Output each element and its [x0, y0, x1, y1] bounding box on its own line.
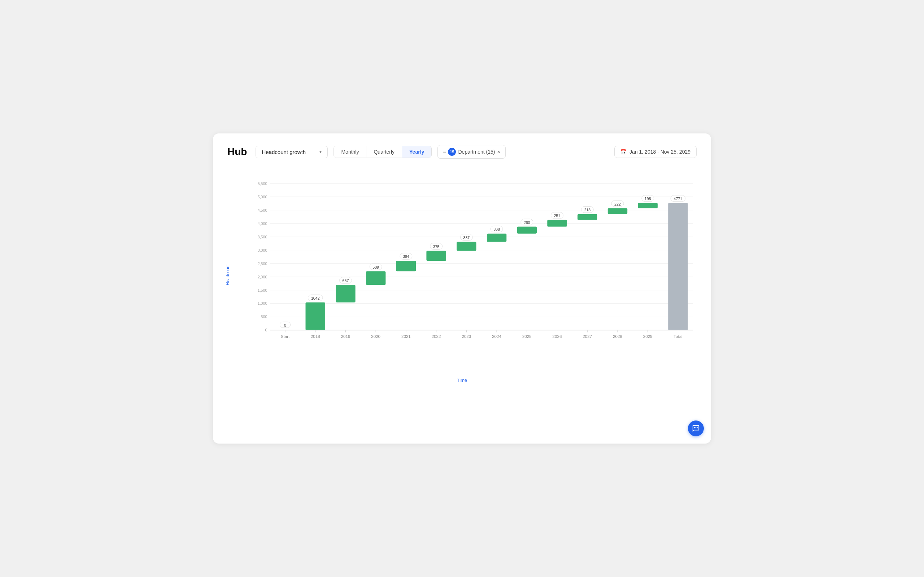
date-range-picker[interactable]: 📅 Jan 1, 2018 - Nov 25, 2029 [614, 146, 696, 158]
svg-point-105 [694, 427, 695, 429]
svg-rect-101 [668, 203, 688, 330]
svg-text:2019: 2019 [341, 334, 351, 338]
svg-text:2028: 2028 [613, 334, 622, 338]
svg-text:337: 337 [463, 235, 470, 240]
svg-text:0: 0 [265, 328, 267, 332]
svg-text:2025: 2025 [522, 334, 531, 338]
chart-inner: 05001,0001,5002,0002,5003,0003,5004,0004… [249, 170, 696, 365]
svg-rect-42 [366, 271, 386, 285]
svg-rect-96 [638, 203, 657, 208]
svg-point-107 [696, 427, 698, 429]
svg-rect-72 [517, 226, 537, 233]
svg-text:5,000: 5,000 [258, 195, 267, 199]
chart-area: Headcount 05001,0001,5002,0002,5003,0003… [228, 170, 696, 379]
svg-rect-30 [306, 303, 325, 330]
svg-rect-48 [396, 261, 416, 271]
svg-text:2029: 2029 [643, 334, 653, 338]
calendar-icon: 📅 [620, 149, 627, 155]
filter-close-icon[interactable]: × [497, 149, 500, 155]
svg-rect-60 [457, 242, 476, 251]
header: Hub Headcount growth ▾ Monthly Quarterly… [228, 145, 696, 159]
svg-text:3,000: 3,000 [258, 248, 267, 253]
monthly-button[interactable]: Monthly [334, 146, 366, 158]
svg-text:Total: Total [674, 334, 683, 338]
svg-text:4,500: 4,500 [258, 208, 267, 213]
svg-text:2022: 2022 [432, 334, 441, 338]
svg-text:509: 509 [373, 265, 379, 269]
svg-point-106 [696, 427, 696, 429]
svg-text:2024: 2024 [492, 334, 501, 338]
filter-lines-icon: ≡ [443, 149, 446, 155]
svg-rect-90 [608, 208, 627, 214]
svg-text:5,500: 5,500 [258, 181, 267, 186]
chevron-down-icon: ▾ [320, 149, 321, 154]
chat-button[interactable] [688, 421, 704, 436]
svg-text:2026: 2026 [552, 334, 562, 338]
main-card: Hub Headcount growth ▾ Monthly Quarterly… [213, 134, 711, 443]
svg-text:2023: 2023 [462, 334, 471, 338]
dropdown-label: Headcount growth [262, 149, 306, 155]
svg-text:218: 218 [584, 208, 591, 212]
svg-rect-84 [577, 214, 597, 220]
svg-text:500: 500 [261, 314, 267, 319]
svg-text:4771: 4771 [674, 197, 683, 201]
svg-text:394: 394 [403, 254, 409, 259]
quarterly-button[interactable]: Quarterly [366, 146, 402, 158]
yearly-button[interactable]: Yearly [402, 146, 431, 158]
svg-text:251: 251 [554, 213, 561, 218]
department-filter[interactable]: ≡ 15 Department (15) × [438, 145, 505, 159]
svg-text:222: 222 [614, 202, 621, 206]
filter-label: Department (15) [458, 149, 495, 155]
chart-type-dropdown[interactable]: Headcount growth ▾ [255, 146, 328, 158]
svg-text:2,000: 2,000 [258, 275, 267, 279]
svg-text:3,500: 3,500 [258, 235, 267, 239]
svg-text:0: 0 [284, 323, 286, 327]
svg-text:2018: 2018 [311, 334, 320, 338]
y-axis-label: Headcount [225, 264, 230, 285]
date-range-label: Jan 1, 2018 - Nov 25, 2029 [630, 149, 690, 155]
svg-rect-54 [426, 251, 446, 261]
svg-text:657: 657 [342, 279, 349, 283]
svg-text:260: 260 [524, 220, 530, 225]
logo: Hub [228, 146, 247, 158]
svg-text:308: 308 [493, 227, 500, 232]
filter-count-badge: 15 [448, 148, 456, 156]
x-axis-label: Time [457, 377, 467, 383]
svg-text:2020: 2020 [371, 334, 380, 338]
svg-text:2027: 2027 [583, 334, 592, 338]
svg-rect-36 [336, 285, 355, 303]
svg-text:198: 198 [645, 197, 651, 201]
svg-rect-66 [487, 234, 506, 242]
chat-icon [692, 424, 700, 432]
time-period-group: Monthly Quarterly Yearly [333, 146, 432, 158]
svg-text:Start: Start [281, 334, 290, 338]
svg-text:375: 375 [433, 245, 439, 249]
svg-text:2021: 2021 [401, 334, 411, 338]
svg-rect-78 [547, 220, 567, 227]
svg-text:4,000: 4,000 [258, 221, 267, 226]
svg-text:1,500: 1,500 [258, 288, 267, 292]
svg-text:2,500: 2,500 [258, 261, 267, 266]
svg-text:1,000: 1,000 [258, 301, 267, 305]
svg-text:1042: 1042 [311, 296, 320, 300]
